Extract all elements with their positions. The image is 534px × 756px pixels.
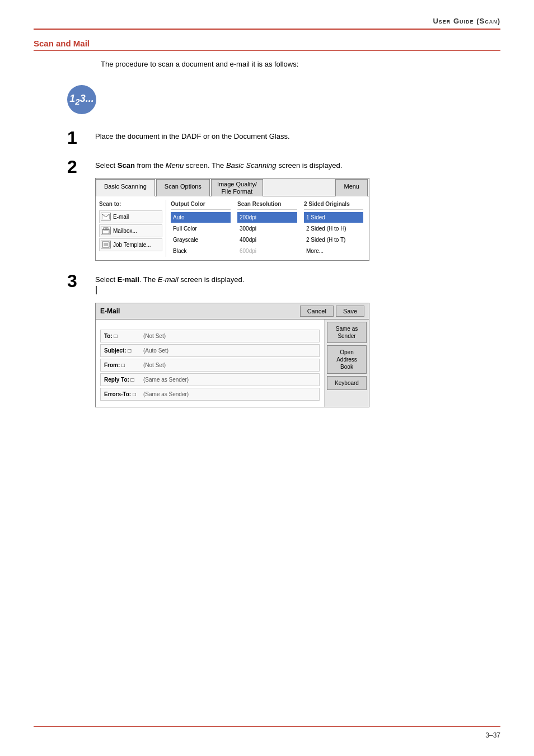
email-reply-to-label: Reply To: □: [104, 375, 143, 384]
steps-container: 1 Place the document in the DADF or on t…: [67, 131, 500, 407]
tab-basic-scanning[interactable]: Basic Scanning: [96, 179, 155, 196]
scan-resolution-header: Scan Resolution: [237, 200, 297, 210]
resolution-200[interactable]: 200dpi: [237, 212, 297, 223]
output-color-auto[interactable]: Auto: [171, 212, 231, 223]
ui-tabs: Basic Scanning Scan Options Image Qualit…: [96, 179, 369, 196]
sided-2-ht[interactable]: 2 Sided (H to T): [304, 234, 363, 245]
step-icon-container: 123...: [67, 85, 500, 114]
email-from-value: (Not Set): [143, 361, 166, 369]
keyboard-button[interactable]: Keyboard: [327, 376, 367, 390]
email-field-subject[interactable]: Subject: □ (Auto Set): [100, 344, 320, 357]
step-2-content: Select Scan from the Menu screen. The Ba…: [95, 160, 500, 261]
job-template-icon: [101, 241, 111, 248]
email-subject-value: (Auto Set): [143, 346, 168, 355]
resolution-600[interactable]: 600dpi: [237, 246, 297, 256]
email-errors-to-value: (Same as Sender): [143, 390, 189, 398]
scan-item-email[interactable]: E-mail: [99, 210, 162, 223]
email-field-to[interactable]: To: □ (Not Set): [100, 330, 320, 342]
resolution-400[interactable]: 400dpi: [237, 234, 297, 245]
sided-more[interactable]: More...: [304, 246, 363, 256]
footer-page-number: 3–37: [485, 731, 500, 739]
intro-text: The procedure to scan a document and e-m…: [101, 60, 500, 68]
output-color-column: Output Color Auto Full Color Grayscale B…: [168, 200, 233, 257]
basic-scanning-mockup: Basic Scanning Scan Options Image Qualit…: [95, 178, 369, 261]
tab-scan-options[interactable]: Scan Options: [156, 179, 210, 196]
scan-item-mailbox[interactable]: Mailbox...: [99, 224, 162, 237]
step-icon-label: 123...: [69, 93, 93, 106]
scan-resolution-column: Scan Resolution 200dpi 300dpi 400dpi 600…: [235, 200, 299, 257]
tab-image-quality[interactable]: Image Quality/File Format: [211, 179, 263, 196]
email-subject-label: Subject: □: [104, 346, 143, 355]
step-2: 2 Select Scan from the Menu screen. The …: [67, 160, 500, 261]
email-title: E-Mail: [100, 306, 120, 316]
output-color-header: Output Color: [171, 200, 231, 210]
email-errors-to-label: Errors-To: □: [104, 390, 143, 398]
scan-to-label: Scan to:: [99, 200, 162, 208]
header: User Guide (Scan): [34, 17, 500, 30]
step-3: 3 Select E-mail. The E-mail screen is di…: [67, 274, 500, 407]
same-as-sender-button[interactable]: Same asSender: [327, 322, 367, 343]
sided-2-hh[interactable]: 2 Sided (H to H): [304, 223, 363, 234]
section-title: Scan and Mail: [34, 39, 500, 51]
email-body: To: □ (Not Set) Subject: □ (Auto Set) Fr…: [96, 320, 369, 407]
tab-menu[interactable]: Menu: [335, 179, 368, 196]
email-to-value: (Not Set): [143, 332, 166, 340]
step-3-number: 3: [67, 272, 95, 290]
scan-to-column: Scan to: E-mail: [99, 200, 166, 257]
step-1: 1 Place the document in the DADF or on t…: [67, 131, 500, 147]
email-save-button[interactable]: Save: [336, 306, 364, 317]
output-color-full[interactable]: Full Color: [171, 223, 231, 234]
mailbox-label: Mailbox...: [113, 227, 137, 235]
step-3-content: Select E-mail. The E-mail screen is disp…: [95, 274, 500, 407]
email-mockup: E-Mail Cancel Save To: □ (Not Set): [95, 303, 369, 407]
email-action-buttons: Cancel Save: [300, 306, 364, 317]
email-field-from[interactable]: From: □ (Not Set): [100, 359, 320, 372]
step-1-number: 1: [67, 129, 95, 147]
email-field-reply-to[interactable]: Reply To: □ (Same as Sender): [100, 373, 320, 386]
sided-originals-header: 2 Sided Originals: [304, 200, 363, 210]
email-reply-to-value: (Same as Sender): [143, 375, 189, 384]
resolution-300[interactable]: 300dpi: [237, 223, 297, 234]
step-2-number: 2: [67, 158, 95, 176]
open-address-book-button[interactable]: OpenAddress Book: [327, 345, 367, 374]
step-1-content: Place the document in the DADF or on the…: [95, 131, 500, 142]
email-cancel-button[interactable]: Cancel: [300, 306, 334, 317]
job-template-label: Job Template...: [113, 241, 151, 249]
sided-originals-column: 2 Sided Originals 1 Sided 2 Sided (H to …: [302, 200, 366, 257]
mailbox-icon: [101, 227, 111, 234]
email-header-bar: E-Mail Cancel Save: [96, 303, 369, 320]
email-from-label: From: □: [104, 361, 143, 369]
email-field-errors-to[interactable]: Errors-To: □ (Same as Sender): [100, 388, 320, 401]
email-sidebar: Same asSender OpenAddress Book Keyboard: [324, 320, 369, 407]
scan-item-job-template[interactable]: Job Template...: [99, 238, 162, 251]
output-color-black[interactable]: Black: [171, 246, 231, 256]
header-title: User Guide (Scan): [433, 17, 500, 25]
step-icon: 123...: [67, 85, 96, 114]
sided-1[interactable]: 1 Sided: [304, 212, 363, 223]
email-icon: [101, 213, 111, 220]
output-color-grayscale[interactable]: Grayscale: [171, 234, 231, 245]
email-label: E-mail: [113, 213, 129, 221]
ui-body: Scan to: E-mail: [96, 196, 369, 260]
email-fields: To: □ (Not Set) Subject: □ (Auto Set) Fr…: [96, 320, 324, 407]
page: User Guide (Scan) Scan and Mail The proc…: [0, 0, 534, 756]
footer: 3–37: [34, 726, 500, 739]
email-to-label: To: □: [104, 332, 143, 340]
